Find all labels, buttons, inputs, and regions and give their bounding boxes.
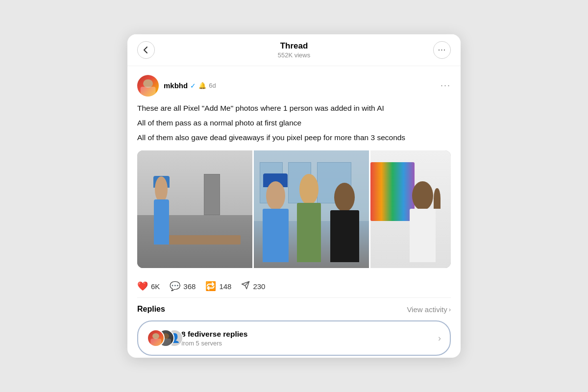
fediverse-left: 👤 8 fediverse replies from 5 servers: [147, 328, 247, 348]
replies-title: Replies: [137, 305, 165, 314]
app-container: Thread 552K views ···: [127, 34, 461, 358]
avatar-image: [137, 75, 159, 97]
photo-2[interactable]: [254, 150, 369, 268]
more-dots-icon: ···: [438, 46, 446, 54]
photo-1[interactable]: [137, 150, 252, 268]
photo-1-person1: [148, 180, 174, 245]
photo-3-person: [407, 180, 439, 262]
header-title-block: Thread 552K views: [278, 41, 310, 59]
shares-count: 230: [253, 282, 265, 291]
header-subtitle: 552K views: [278, 51, 310, 59]
photo-2-person3: [328, 182, 361, 262]
post-more-button[interactable]: ···: [441, 80, 451, 91]
post-text-line-2: All of them pass as a normal photo at fi…: [137, 117, 451, 129]
photo-2-person2: [294, 177, 324, 262]
likes-stat[interactable]: ❤️ 6K: [137, 281, 160, 292]
fediverse-main-text: 8 fediverse replies: [181, 330, 247, 339]
photos-grid[interactable]: [137, 150, 451, 268]
post-time: 6d: [209, 82, 216, 89]
header-more-button[interactable]: ···: [433, 41, 451, 59]
photo-2-person1: [260, 186, 292, 262]
heart-icon: ❤️: [137, 281, 148, 292]
comment-icon: 💬: [170, 281, 180, 292]
avatar-body: [141, 87, 156, 97]
post-author-left: mkbhd ✓ 🔔 6d: [137, 75, 216, 97]
replies-section: Replies View activity ›: [127, 298, 461, 358]
likes-count: 6K: [151, 282, 160, 291]
view-activity-chevron-icon: ›: [449, 306, 451, 313]
author-info: mkbhd ✓ 🔔 6d: [164, 81, 216, 90]
shares-stat[interactable]: 230: [241, 281, 265, 292]
author-username[interactable]: mkbhd: [164, 81, 188, 90]
fediverse-text-block: 8 fediverse replies from 5 servers: [181, 330, 247, 347]
notification-bell-icon: 🔔: [198, 82, 206, 89]
comments-count: 368: [183, 282, 196, 291]
stats-row: ❤️ 6K 💬 368 🔁 148: [137, 275, 451, 298]
p1-body: [154, 199, 169, 245]
fediverse-avatars: 👤: [147, 328, 176, 348]
fediverse-sub-text: from 5 servers: [181, 340, 247, 347]
header-title: Thread: [278, 41, 310, 51]
fedi-avatar-1-image: [148, 330, 164, 346]
author-name-row: mkbhd ✓ 🔔 6d: [164, 81, 216, 90]
photo-3[interactable]: [370, 150, 451, 268]
photo-1-door: [204, 174, 220, 215]
fediverse-replies-row[interactable]: 👤 8 fediverse replies from 5 servers ›: [137, 320, 451, 356]
post-text-line-3: All of them also gave dead giveaways if …: [137, 132, 451, 144]
post-text: These are all Pixel "Add Me" photos wher…: [137, 102, 451, 144]
p1-head: [155, 176, 168, 202]
reposts-stat[interactable]: 🔁 148: [205, 281, 231, 292]
comments-stat[interactable]: 💬 368: [170, 281, 196, 292]
avatar[interactable]: [137, 75, 159, 97]
reposts-count: 148: [219, 282, 231, 291]
post-text-line-1: These are all Pixel "Add Me" photos wher…: [137, 102, 451, 114]
repost-icon: 🔁: [205, 281, 216, 292]
fedi-avatar-1: [147, 329, 165, 347]
post-card: mkbhd ✓ 🔔 6d ··· These are all Pixel "Ad…: [127, 66, 461, 298]
thread-header: Thread 552K views ···: [127, 34, 461, 66]
fediverse-chevron-icon: ›: [438, 333, 441, 343]
verified-badge-icon: ✓: [190, 82, 196, 90]
share-icon: [241, 281, 250, 292]
view-activity-label: View activity: [407, 305, 447, 314]
view-activity-button[interactable]: View activity ›: [407, 305, 451, 314]
replies-header: Replies View activity ›: [137, 305, 451, 314]
post-author-row: mkbhd ✓ 🔔 6d ···: [137, 75, 451, 97]
back-button[interactable]: [137, 41, 155, 59]
